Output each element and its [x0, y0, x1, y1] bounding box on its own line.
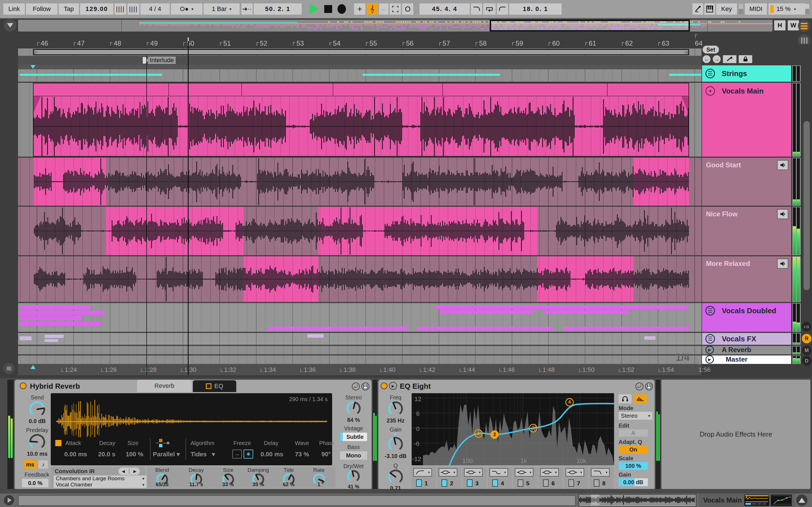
loop-brace[interactable]: ▷ ◁: [33, 49, 689, 55]
vertical-scrollbar[interactable]: [804, 121, 810, 290]
delay-section-toggle[interactable]: D: [802, 356, 811, 365]
band-shape-dropdown[interactable]: ▾: [515, 468, 534, 476]
pencil-mode-button[interactable]: +: [354, 3, 365, 15]
hot-swap-icon[interactable]: ⤾: [636, 383, 644, 390]
band-number[interactable]: 7: [577, 480, 580, 487]
eq-eight-thumbnail[interactable]: [771, 495, 792, 506]
save-preset-icon[interactable]: 💾: [361, 383, 369, 390]
predelay-sync-toggle[interactable]: ♪: [38, 460, 48, 469]
tab-reverb[interactable]: Reverb: [137, 380, 192, 392]
automation-draw-button[interactable]: [723, 55, 737, 63]
blend-value[interactable]: 65/35: [148, 482, 176, 488]
freeze-button[interactable]: ∗: [244, 450, 253, 459]
nudge-up-icon[interactable]: ||||: [128, 3, 139, 15]
conv-decay-value[interactable]: 20.0 s: [98, 451, 115, 458]
tab-eq[interactable]: EQ: [193, 380, 236, 392]
key-map-button[interactable]: Key: [716, 3, 737, 15]
eq-gain-out-value[interactable]: 0.00 dB: [619, 478, 648, 486]
set-locator-button[interactable]: Set: [703, 46, 719, 54]
io-section-toggle[interactable]: I·O: [802, 322, 811, 332]
midi-note[interactable]: [307, 334, 324, 338]
eq-freq-value[interactable]: 235 Hz: [380, 417, 411, 424]
eq-freq-knob[interactable]: [380, 401, 411, 416]
arrangement-overview[interactable]: [18, 20, 772, 32]
band-enable-checkbox[interactable]: [442, 480, 447, 487]
take-lane-good-start[interactable]: [18, 158, 702, 206]
band-number[interactable]: 6: [552, 480, 555, 487]
eq-gain-value[interactable]: -3.10 dB: [380, 453, 411, 459]
overdub-button[interactable]: O: [402, 3, 413, 15]
take-lane-header-more-relaxed[interactable]: More Relaxed: [702, 256, 791, 302]
vocals-doubled-lane[interactable]: [18, 303, 702, 332]
track-header-master[interactable]: ▶ Master: [702, 355, 791, 364]
play-fold-icon[interactable]: ▶: [705, 346, 714, 354]
band-enable-checkbox[interactable]: [416, 480, 422, 487]
loop-start-handle[interactable]: ▷: [35, 50, 38, 55]
record-button[interactable]: [336, 3, 348, 15]
computer-midi-keyboard-button[interactable]: [704, 3, 715, 15]
draw-automation-button[interactable]: [693, 3, 703, 15]
eq-mode-dropdown[interactable]: Stereo▾: [619, 412, 652, 420]
clip-waveform-preview[interactable]: [578, 494, 696, 507]
follow-playhead-icon[interactable]: ➔··: [241, 3, 253, 15]
scrub-area[interactable]: [18, 65, 702, 69]
ir-attack-icon[interactable]: [55, 440, 61, 446]
vocals-main-lane[interactable]: [18, 83, 702, 157]
vintage-value[interactable]: Subtle: [340, 433, 367, 441]
beat-time-ruler[interactable]: 46474849505152535455565758596061626364: [18, 38, 702, 48]
band-enable-checkbox[interactable]: [594, 480, 599, 487]
play-button[interactable]: [308, 3, 320, 15]
drop-audio-effects-zone[interactable]: Drop Audio Effects Here: [661, 380, 810, 489]
band-shape-dropdown[interactable]: ▾: [439, 468, 457, 476]
next-locator-button[interactable]: →: [713, 55, 721, 63]
band-enable-checkbox[interactable]: [543, 480, 549, 487]
wave-value[interactable]: 73 %: [295, 451, 309, 458]
band-shape-dropdown[interactable]: ▾: [490, 468, 508, 476]
show-hide-info-button[interactable]: [796, 495, 808, 506]
band-shape-dropdown[interactable]: ▾: [591, 468, 610, 476]
routing-value[interactable]: Parallel ▾: [153, 451, 180, 458]
midi-map-button[interactable]: MIDI: [745, 3, 767, 15]
track-header-a-reverb[interactable]: ▶ A Reverb: [702, 346, 791, 354]
eq-band-node-3[interactable]: 3: [529, 424, 538, 432]
track-header-vocals-doubled[interactable]: ☰ Vocals Doubled: [702, 303, 791, 332]
save-preset-icon[interactable]: 💾: [645, 383, 653, 390]
arrangement-menu-button[interactable]: [798, 20, 810, 32]
loop-start-field[interactable]: 45. 4. 4: [419, 3, 470, 15]
loop-length-field[interactable]: 18. 0. 1: [509, 3, 562, 15]
band-number[interactable]: 4: [501, 480, 504, 487]
midi-note[interactable]: [563, 327, 689, 330]
back-to-arrangement-button[interactable]: ←: [379, 3, 389, 15]
returns-section-toggle[interactable]: R: [802, 334, 811, 343]
automation-mode-toggle[interactable]: ≋: [3, 363, 15, 374]
device-title[interactable]: EQ Eight: [400, 382, 431, 391]
ir-category-dropdown[interactable]: Chambers and Large Rooms▾: [54, 475, 147, 482]
tide-value[interactable]: 62 %: [274, 482, 303, 488]
strings-clip-segment[interactable]: [20, 74, 162, 76]
stop-button[interactable]: [322, 3, 334, 15]
hybrid-reverb-thumbnail[interactable]: [744, 495, 769, 506]
strings-clip-segment[interactable]: [669, 74, 702, 76]
eq-scale-value[interactable]: 100 %: [619, 462, 648, 470]
bass-value[interactable]: Mono: [340, 451, 367, 460]
link-button[interactable]: Link: [3, 3, 25, 15]
strings-track-lane[interactable]: [18, 69, 702, 82]
midi-note[interactable]: [20, 311, 104, 315]
midi-note[interactable]: [644, 336, 656, 340]
eq-q-knob[interactable]: [380, 469, 411, 485]
fold-track-icon[interactable]: ▾: [705, 86, 715, 96]
time-ruler[interactable]: 1:241:261:281:301:321:341:361:381:401:42…: [18, 364, 702, 375]
band-enable-checkbox[interactable]: [492, 480, 498, 487]
master-lane[interactable]: [18, 355, 702, 364]
fdelay-value[interactable]: 0.00 ms: [260, 451, 283, 458]
hot-swap-icon[interactable]: ⤾: [352, 383, 360, 390]
device-on-toggle[interactable]: [20, 383, 27, 389]
preview-play-button[interactable]: [4, 495, 14, 505]
midi-note[interactable]: [440, 311, 533, 314]
optimize-height-button[interactable]: H: [774, 20, 785, 31]
time-signature-field[interactable]: 4 / 4: [140, 3, 170, 15]
track-header-strings[interactable]: ☰ Strings: [702, 65, 791, 82]
midi-note[interactable]: [20, 316, 81, 320]
take-lane-nice-flow[interactable]: [18, 207, 702, 255]
band-number[interactable]: 2: [450, 480, 453, 487]
